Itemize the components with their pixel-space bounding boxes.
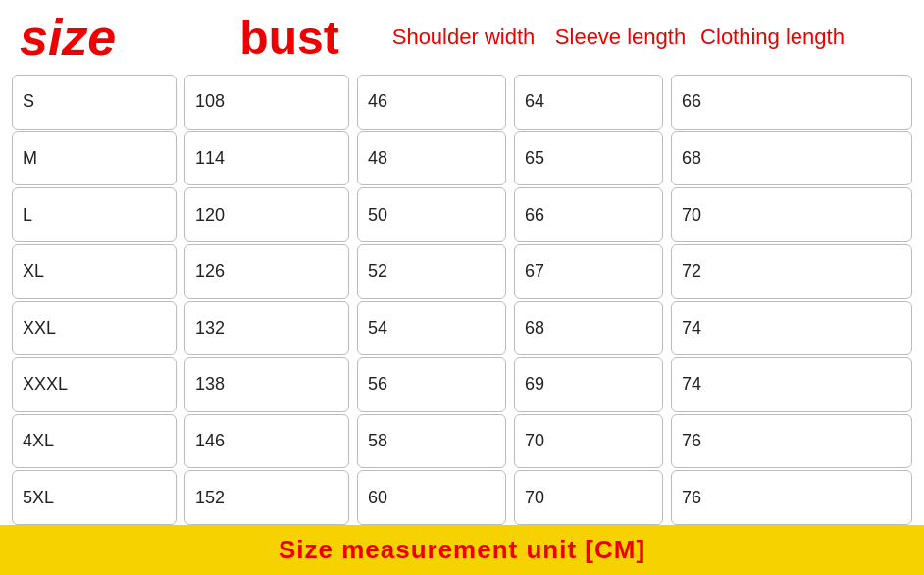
shoulder-cell: 50 — [357, 187, 506, 242]
size-cell: XXL — [12, 301, 177, 356]
table-row: XL126526772 — [12, 244, 912, 299]
size-cell: 4XL — [12, 414, 177, 469]
bust-cell: 114 — [184, 131, 349, 186]
sleeve-cell: 67 — [514, 244, 663, 299]
sleeve-header: Sleeve length — [549, 25, 692, 50]
size-header: size — [20, 8, 201, 67]
size-cell: S — [12, 75, 177, 130]
sleeve-cell: 64 — [514, 75, 663, 130]
sleeve-cell: 70 — [514, 470, 663, 525]
sleeve-cell: 68 — [514, 301, 663, 356]
table-row: M114486568 — [12, 131, 912, 186]
table-row: L120506670 — [12, 187, 912, 242]
clothing-cell: 70 — [671, 187, 912, 242]
size-chart: size bust Shoulder width Sleeve length C… — [0, 0, 924, 575]
table-row: 4XL146587076 — [12, 414, 912, 469]
sleeve-cell: 70 — [514, 414, 663, 469]
footer-label: Size measurement unit [CM] — [0, 525, 924, 575]
table-row: S108466466 — [12, 75, 912, 130]
shoulder-cell: 48 — [357, 131, 506, 186]
clothing-cell: 76 — [671, 414, 912, 469]
clothing-cell: 68 — [671, 131, 912, 186]
shoulder-cell: 60 — [357, 470, 506, 525]
size-cell: 5XL — [12, 470, 177, 525]
table-row: XXXL138566974 — [12, 357, 912, 412]
shoulder-cell: 54 — [357, 301, 506, 356]
size-cell: XXXL — [12, 357, 177, 412]
bust-cell: 120 — [184, 187, 349, 242]
sleeve-cell: 65 — [514, 131, 663, 186]
shoulder-cell: 56 — [357, 357, 506, 412]
size-cell: L — [12, 187, 177, 242]
shoulder-header: Shoulder width — [378, 25, 549, 50]
bust-cell: 132 — [184, 301, 349, 356]
size-cell: M — [12, 131, 177, 186]
bust-cell: 152 — [184, 470, 349, 525]
shoulder-cell: 52 — [357, 244, 506, 299]
table-header: size bust Shoulder width Sleeve length C… — [0, 0, 924, 75]
table-row: 5XL152607076 — [12, 470, 912, 525]
clothing-cell: 72 — [671, 244, 912, 299]
clothing-cell: 74 — [671, 301, 912, 356]
shoulder-cell: 58 — [357, 414, 506, 469]
bust-cell: 126 — [184, 244, 349, 299]
size-cell: XL — [12, 244, 177, 299]
bust-header: bust — [201, 11, 378, 65]
table-body: S108466466M114486568L120506670XL12652677… — [0, 75, 924, 525]
clothing-cell: 66 — [671, 75, 912, 130]
sleeve-cell: 66 — [514, 187, 663, 242]
bust-cell: 108 — [184, 75, 349, 130]
clothing-header: Clothing length — [692, 25, 853, 50]
clothing-cell: 74 — [671, 357, 912, 412]
shoulder-cell: 46 — [357, 75, 506, 130]
table-row: XXL132546874 — [12, 301, 912, 356]
sleeve-cell: 69 — [514, 357, 663, 412]
clothing-cell: 76 — [671, 470, 912, 525]
bust-cell: 146 — [184, 414, 349, 469]
bust-cell: 138 — [184, 357, 349, 412]
